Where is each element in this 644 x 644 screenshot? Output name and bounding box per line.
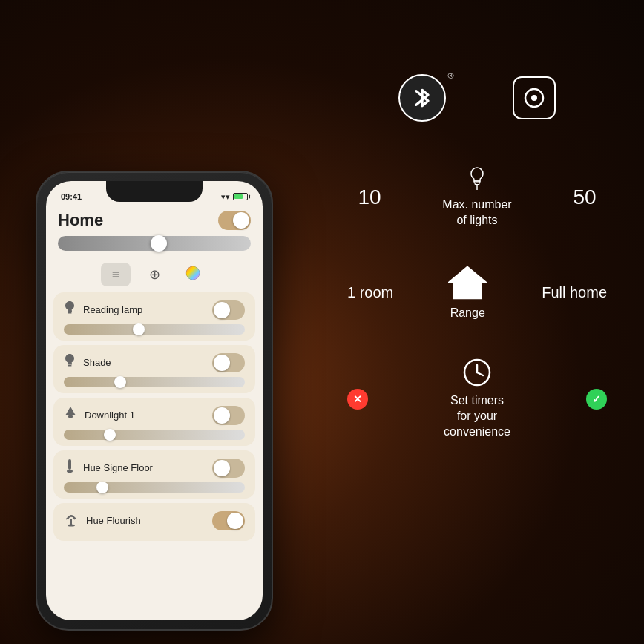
colors-icon bbox=[185, 266, 200, 284]
timer-label: Set timers for your convenience bbox=[444, 393, 510, 439]
device-item-flourish: Hue Flourish bbox=[53, 503, 255, 541]
device-item-downlight: Downlight 1 bbox=[53, 398, 255, 446]
max-lights-row: 10 Max. number of lights 50 bbox=[340, 166, 614, 229]
device-slider-reading[interactable] bbox=[64, 324, 245, 335]
device-slider-downlight[interactable] bbox=[64, 430, 245, 440]
main-content: 09:41 ↗ ▾▾ Home bbox=[0, 0, 644, 644]
tab-scenes[interactable]: ⊕ bbox=[139, 263, 169, 286]
max-lights-center: Max. number of lights bbox=[392, 166, 562, 229]
device-toggle-signe[interactable] bbox=[212, 459, 245, 478]
list-icon: ≡ bbox=[112, 267, 120, 283]
brightness-thumb bbox=[151, 235, 167, 252]
phone-notch bbox=[106, 181, 203, 202]
bluetooth-feature: ® bbox=[398, 74, 453, 122]
house-icon bbox=[448, 266, 487, 300]
device-name-downlight: Downlight 1 bbox=[85, 410, 135, 421]
device-item-reading-lamp: Reading lamp bbox=[53, 292, 255, 341]
tab-bar: ≡ ⊕ bbox=[46, 258, 263, 292]
max-lights-label: Max. number of lights bbox=[442, 197, 511, 229]
device-toggle-knob bbox=[214, 355, 230, 371]
home-toggle[interactable] bbox=[218, 211, 251, 230]
check-icon: ✓ bbox=[592, 393, 601, 405]
device-toggle-knob bbox=[214, 407, 230, 424]
device-toggle-reading[interactable] bbox=[212, 300, 245, 320]
device-name-signe: Hue Signe Floor bbox=[83, 462, 153, 473]
svg-point-14 bbox=[531, 95, 537, 101]
svg-rect-3 bbox=[68, 311, 72, 312]
device-row: Reading lamp bbox=[64, 300, 245, 320]
range-left-label: 1 room bbox=[347, 284, 393, 301]
x-icon: ✕ bbox=[353, 393, 362, 405]
battery-tip bbox=[249, 195, 250, 199]
bulb-icon-reading bbox=[64, 300, 76, 320]
timer-status-yes: ✓ bbox=[586, 389, 607, 410]
svg-point-2 bbox=[186, 266, 200, 280]
device-row: Hue Flourish bbox=[64, 510, 245, 530]
timer-status-no: ✕ bbox=[347, 389, 368, 410]
device-slider-thumb bbox=[114, 376, 126, 388]
clock-icon bbox=[462, 358, 492, 387]
battery-fill bbox=[234, 194, 243, 199]
status-icons: ▾▾ bbox=[221, 192, 248, 202]
device-left: Shade bbox=[64, 352, 111, 372]
device-left: Hue Flourish bbox=[64, 510, 141, 530]
tab-list[interactable]: ≡ bbox=[101, 263, 131, 286]
svg-marker-7 bbox=[65, 407, 76, 415]
device-row: Hue Signe Floor bbox=[64, 458, 245, 478]
phone-screen: 09:41 ↗ ▾▾ Home bbox=[46, 181, 263, 620]
bulb-icon-shade bbox=[64, 352, 76, 372]
svg-rect-5 bbox=[68, 364, 72, 365]
timer-row: ✕ Set timers for your convenience ✓ bbox=[340, 358, 614, 439]
svg-line-21 bbox=[477, 372, 483, 375]
device-toggle-downlight[interactable] bbox=[212, 406, 245, 425]
svg-rect-16 bbox=[475, 183, 479, 185]
svg-rect-8 bbox=[68, 415, 73, 418]
device-slider-thumb bbox=[104, 429, 116, 441]
home-toggle-knob bbox=[233, 212, 249, 229]
svg-rect-6 bbox=[68, 365, 72, 367]
wifi-icon: ▾▾ bbox=[221, 192, 230, 202]
device-left: Hue Signe Floor bbox=[64, 458, 153, 478]
timer-center: Set timers for your convenience bbox=[368, 358, 586, 439]
range-right-label: Full home bbox=[542, 284, 607, 301]
scenes-icon: ⊕ bbox=[149, 266, 160, 283]
hub-icon bbox=[513, 76, 556, 119]
tab-colors[interactable] bbox=[178, 263, 208, 286]
min-lights-value: 10 bbox=[347, 185, 392, 209]
device-toggle-knob bbox=[227, 513, 243, 529]
device-row: Shade bbox=[64, 352, 245, 372]
device-name-reading: Reading lamp bbox=[83, 304, 142, 315]
svg-rect-4 bbox=[68, 312, 72, 314]
device-left: Reading lamp bbox=[64, 300, 142, 320]
device-toggle-knob bbox=[214, 460, 230, 476]
svg-marker-18 bbox=[450, 267, 485, 298]
device-slider-shade[interactable] bbox=[64, 377, 245, 387]
device-slider-thumb bbox=[96, 482, 108, 493]
bulb-icon-flourish bbox=[64, 510, 79, 530]
device-list: Reading lamp bbox=[46, 292, 263, 544]
range-center: Range bbox=[393, 266, 542, 321]
bulb-icon-feature bbox=[468, 166, 486, 191]
registered-mark: ® bbox=[447, 71, 453, 80]
device-toggle-shade[interactable] bbox=[212, 353, 245, 372]
brightness-slider[interactable] bbox=[58, 236, 251, 251]
hub-icon-svg bbox=[521, 85, 548, 111]
hub-feature bbox=[513, 76, 556, 119]
svg-rect-15 bbox=[474, 181, 480, 183]
device-left: Downlight 1 bbox=[64, 405, 135, 425]
device-toggle-flourish[interactable] bbox=[212, 511, 245, 530]
phone-shell: 09:41 ↗ ▾▾ Home bbox=[36, 171, 273, 631]
bulb-icon-signe bbox=[64, 458, 76, 478]
device-item-shade: Shade bbox=[53, 345, 255, 393]
svg-point-12 bbox=[68, 525, 75, 527]
device-slider-thumb bbox=[133, 323, 145, 335]
info-panel: ® 10 bbox=[340, 74, 614, 440]
device-slider-signe[interactable] bbox=[64, 482, 245, 493]
bluetooth-icon bbox=[410, 83, 434, 113]
device-name-shade: Shade bbox=[83, 357, 111, 368]
device-toggle-knob bbox=[214, 302, 230, 318]
top-icons-row: ® bbox=[340, 74, 614, 122]
svg-point-10 bbox=[67, 470, 73, 473]
device-name-flourish: Hue Flourish bbox=[86, 515, 141, 526]
device-row: Downlight 1 bbox=[64, 405, 245, 425]
